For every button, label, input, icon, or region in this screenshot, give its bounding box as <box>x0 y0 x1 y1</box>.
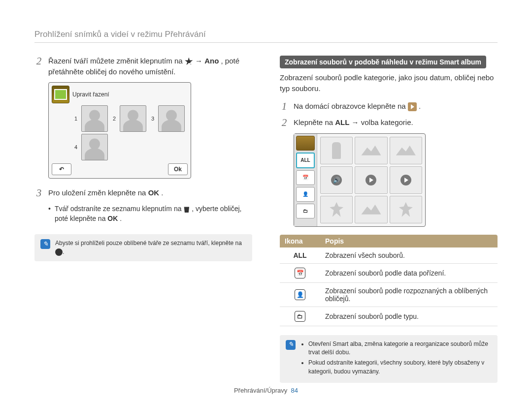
text: → volba kategorie. <box>352 118 413 126</box>
filter-icon <box>55 248 63 256</box>
text: . <box>161 188 163 197</box>
table-row: ALL Zobrazení všech souborů. <box>280 247 498 264</box>
num: 2 <box>111 116 118 122</box>
ui-footer: ↶ Ok <box>52 163 188 175</box>
ok-icon: OK <box>148 188 160 197</box>
star-123-icon <box>185 58 193 66</box>
face-thumb[interactable] <box>158 105 185 132</box>
text: Na domácí obrazovce klepněte na <box>294 102 408 110</box>
th-desc: Popis <box>320 235 498 247</box>
smart-album-ui: ALL 📅 👤 🗀 🔊 <box>294 133 426 227</box>
note-list: Otevření Smart alba, změna kategorie a r… <box>300 340 492 378</box>
th-icon: Ikona <box>280 235 320 247</box>
thumb[interactable] <box>355 196 387 223</box>
table-row: 📅 Zobrazení souborů podle data pořízení. <box>280 263 498 282</box>
page: Prohlížení snímků a videí v režimu Přehr… <box>0 0 532 401</box>
icon-table: Ikona Popis ALL Zobrazení všech souborů.… <box>280 235 498 326</box>
all-label: ALL <box>293 251 306 259</box>
face-icon: 👤 <box>295 289 305 300</box>
step-number: 2 <box>280 117 289 128</box>
note-item: Pokud odstraníte kategorii, všechny soub… <box>308 359 492 376</box>
cell-desc: Zobrazení souborů podle rozpoznaných a o… <box>320 282 498 307</box>
text-ano: Ano <box>204 57 219 65</box>
right-column: Zobrazení souborů v podobě náhledu v rež… <box>280 56 498 383</box>
thumb[interactable] <box>320 196 353 223</box>
table-header: Ikona Popis <box>280 235 498 247</box>
step-number: 1 <box>280 101 289 112</box>
cell-desc: Zobrazení souborů podle typu. <box>320 307 498 326</box>
columns: 2 Řazení tváří můžete změnit klepnutím n… <box>34 56 498 383</box>
date-icon: 📅 <box>295 268 305 278</box>
note-text: Abyste si prohlíželi pouze oblíbené tvář… <box>55 239 246 256</box>
thumb[interactable] <box>320 137 353 164</box>
face-thumb[interactable] <box>81 105 108 132</box>
cat-all-button[interactable]: ALL <box>296 153 315 168</box>
step-body: Pro uložení změn klepněte na OK . <box>48 187 252 199</box>
thumb[interactable] <box>390 196 422 223</box>
bullet-dot: • <box>48 204 51 224</box>
album-icon[interactable] <box>296 136 315 151</box>
step-body: Klepněte na ALL → volba kategorie. <box>294 117 498 128</box>
step-3: 3 Pro uložení změn klepněte na OK . <box>34 187 252 199</box>
sound-overlay-icon: 🔊 <box>331 175 342 185</box>
cell-icon: 🗀 <box>280 307 320 326</box>
face-grid: 1 2 3 4 <box>72 105 188 160</box>
cell-icon: 👤 <box>280 282 320 307</box>
ok-icon: OK <box>107 215 118 222</box>
ok-button[interactable]: Ok <box>168 163 188 175</box>
category-sidebar: ALL 📅 👤 🗀 <box>294 134 317 226</box>
step-number: 3 <box>34 187 43 199</box>
cat-type-button[interactable]: 🗀 <box>296 204 315 218</box>
note-icon: ✎ <box>40 239 50 249</box>
thumb[interactable] <box>355 166 387 194</box>
trash-icon <box>183 205 190 213</box>
step-2: 2 Řazení tváří můžete změnit klepnutím n… <box>34 56 252 77</box>
face-thumb[interactable] <box>81 134 108 160</box>
left-column: 2 Řazení tváří můžete změnit klepnutím n… <box>34 56 252 383</box>
note-item: Otevření Smart alba, změna kategorie a r… <box>308 340 492 357</box>
step-body: Řazení tváří můžete změnit klepnutím na … <box>48 56 252 77</box>
footer: Přehrávání/Úpravy 84 <box>0 387 532 394</box>
playback-icon <box>408 102 417 111</box>
num: 3 <box>149 116 156 122</box>
cat-date-button[interactable]: 📅 <box>296 170 315 185</box>
step-number: 2 <box>34 56 43 77</box>
cat-face-button[interactable]: 👤 <box>296 187 315 202</box>
cell-icon: ALL <box>280 247 320 264</box>
ui-title: Upravit řazení <box>72 91 109 98</box>
page-number: 84 <box>291 387 298 394</box>
note-box: ✎ Otevření Smart alba, změna kategorie a… <box>280 335 498 383</box>
nav-icon[interactable] <box>52 86 69 103</box>
edit-order-ui: Upravit řazení 1 2 3 4 ↶ Ok <box>48 82 191 179</box>
thumb[interactable]: 🔊 <box>320 166 353 194</box>
table-row: 👤 Zobrazení souborů podle rozpoznaných a… <box>280 282 498 307</box>
play-overlay-icon <box>400 175 411 185</box>
step-2: 2 Klepněte na ALL → volba kategorie. <box>280 117 498 128</box>
thumb[interactable] <box>390 166 422 194</box>
text: Řazení tváří můžete změnit klepnutím na <box>48 57 185 65</box>
text: Abyste si prohlíželi pouze oblíbené tvář… <box>55 240 242 247</box>
cell-icon: 📅 <box>280 263 320 282</box>
note-icon: ✎ <box>286 340 296 350</box>
num: 4 <box>72 144 79 150</box>
cell-desc: Zobrazení souborů podle data pořízení. <box>320 263 498 282</box>
table-row: 🗀 Zobrazení souborů podle typu. <box>280 307 498 326</box>
play-overlay-icon <box>366 175 376 185</box>
thumb[interactable] <box>390 137 422 164</box>
bullet: • Tvář odstraníte ze seznamu klepnutím n… <box>48 204 252 224</box>
paragraph: Zobrazení souborů podle kategorie, jako … <box>280 72 498 94</box>
note-box: ✎ Abyste si prohlíželi pouze oblíbené tv… <box>34 234 252 261</box>
text-all: ALL <box>335 118 349 126</box>
subsection-heading: Zobrazení souborů v podobě náhledu v rež… <box>280 56 486 68</box>
back-button[interactable]: ↶ <box>52 163 71 175</box>
footer-section: Přehrávání/Úpravy <box>234 387 287 394</box>
face-thumb[interactable] <box>120 105 146 132</box>
text: . <box>120 215 122 222</box>
text: . <box>419 102 421 110</box>
cell-desc: Zobrazení všech souborů. <box>320 247 498 264</box>
text: Klepněte na <box>294 118 335 126</box>
thumb[interactable] <box>355 137 387 164</box>
thumb-grid: 🔊 <box>317 134 425 226</box>
text: Tvář odstraníte ze seznamu klepnutím na <box>55 205 183 213</box>
bullet-text: Tvář odstraníte ze seznamu klepnutím na … <box>55 204 252 224</box>
